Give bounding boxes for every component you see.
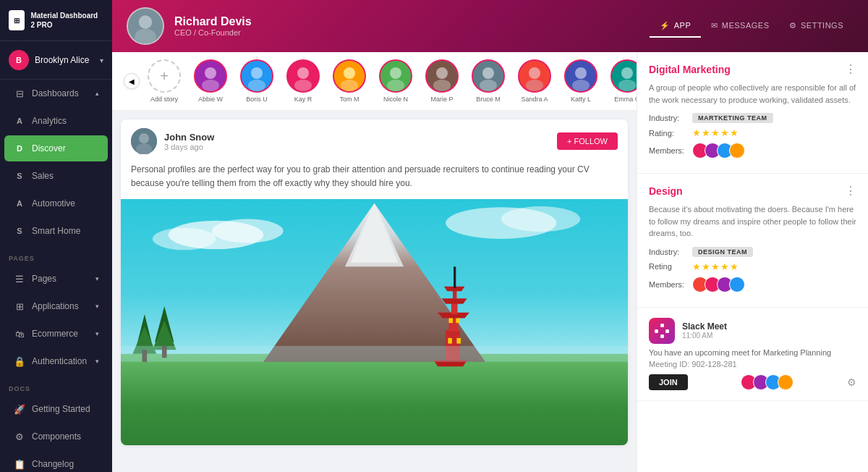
post-time: 3 days ago	[164, 143, 550, 151]
join-button[interactable]: JOIN	[649, 374, 688, 390]
story-label: Abbie W	[198, 96, 223, 103]
tab-settings[interactable]: ⚙ SETTINGS	[779, 15, 854, 38]
sidebar-item-label: Automotive	[32, 198, 75, 208]
svg-rect-64	[448, 319, 452, 324]
story-label: Emma O	[614, 96, 637, 103]
story-sandra[interactable]: Sandra A	[513, 59, 556, 103]
chevron-down-icon: ▾	[95, 330, 99, 337]
svg-point-29	[572, 80, 590, 91]
follow-button[interactable]: + FOLLOW	[557, 132, 618, 150]
svg-point-20	[433, 80, 451, 91]
post-meta: John Snow 3 days ago	[164, 132, 550, 151]
svg-point-11	[294, 80, 312, 91]
pages-section-label: PAGES	[0, 245, 112, 265]
sidebar-item-automotive[interactable]: A Automotive	[4, 190, 108, 216]
post-author-name: John Snow	[164, 132, 550, 143]
sidebar-item-label: Sales	[32, 171, 54, 181]
members-row: Members:	[649, 143, 856, 159]
svg-point-37	[139, 133, 149, 143]
right-panel: Digital Marketing ⋮ A group of people wh…	[637, 52, 868, 472]
sidebar-item-label: Authentication	[32, 356, 87, 366]
sidebar-item-label: Changelog	[32, 459, 74, 469]
group-menu-icon[interactable]: ⋮	[845, 62, 856, 76]
sidebar-item-changelog[interactable]: 📋 Changelog	[4, 451, 108, 472]
page-icon: ☰	[13, 272, 26, 285]
sidebar-item-discover[interactable]: D Discover	[4, 135, 108, 161]
sidebar-item-sales[interactable]: S Sales	[4, 163, 108, 189]
svg-rect-68	[121, 346, 628, 362]
profile-role: CEO / Co-Founder	[174, 28, 639, 37]
avatar: B	[9, 50, 29, 70]
story-label: Boris U	[246, 96, 268, 103]
star-2: ★	[702, 127, 710, 138]
member-avatar	[778, 374, 793, 390]
industry-label: Industry:	[649, 248, 692, 256]
stories-row: ◀ + Add story Abbie W Boris U	[112, 52, 637, 111]
story-boris[interactable]: Boris U	[235, 59, 278, 103]
doc-icon: 📋	[13, 458, 26, 471]
svg-point-31	[621, 67, 633, 79]
lock-icon: 🔒	[13, 355, 26, 368]
stories-prev-arrow[interactable]: ◀	[124, 73, 140, 89]
story-avatar	[333, 59, 366, 93]
svg-rect-63	[454, 267, 456, 289]
svg-point-44	[501, 206, 581, 232]
story-marie[interactable]: Marie P	[420, 59, 464, 103]
notif-meeting-id: Meeting ID: 902-128-281	[649, 360, 856, 368]
industry-row: Industry: MARTKETING TEAM	[649, 113, 856, 123]
story-add[interactable]: + Add story	[142, 59, 186, 103]
svg-point-42	[153, 228, 216, 250]
sidebar-item-ecommerce[interactable]: 🛍 Ecommerce ▾	[4, 321, 108, 347]
tab-app[interactable]: ⚡ APP	[650, 15, 701, 38]
svg-rect-69	[655, 329, 658, 333]
story-bruce[interactable]: Bruce M	[467, 59, 510, 103]
story-kay[interactable]: Kay R	[281, 59, 325, 103]
star-4: ★	[720, 261, 729, 272]
sidebar-user[interactable]: B Brooklyn Alice ▾	[0, 41, 112, 80]
story-label: Kay R	[294, 96, 312, 103]
sidebar-item-pages[interactable]: ☰ Pages ▾	[4, 266, 108, 292]
svg-point-19	[436, 67, 448, 79]
chevron-up-icon: ▴	[95, 90, 99, 97]
tab-messages[interactable]: ✉ MESSAGES	[701, 15, 779, 38]
story-nicole[interactable]: Nicole N	[374, 59, 417, 103]
svg-point-26	[526, 80, 543, 91]
main-area: Richard Devis CEO / Co-Founder ⚡ APP ✉ M…	[112, 0, 868, 472]
svg-point-17	[387, 80, 404, 91]
digital-marketing-card: Digital Marketing ⋮ A group of people wh…	[637, 52, 868, 174]
sidebar-item-analytics[interactable]: A Analytics	[4, 108, 108, 134]
svg-point-28	[575, 67, 587, 79]
profile-info: Richard Devis CEO / Co-Founder	[174, 15, 639, 37]
brand-icon: ⊞	[9, 10, 25, 30]
slack-meet-card: Slack Meet 11:00 AM You have an upcoming…	[637, 308, 868, 401]
svg-marker-60	[442, 299, 467, 305]
star-1: ★	[692, 127, 701, 138]
svg-rect-45	[121, 354, 628, 445]
rocket-icon: 🚀	[13, 403, 26, 416]
sidebar-item-getting-started[interactable]: 🚀 Getting Started	[4, 396, 108, 422]
svg-point-8	[248, 80, 265, 91]
sidebar-item-applications[interactable]: ⊞ Applications ▾	[4, 293, 108, 319]
sidebar-item-authentication[interactable]: 🔒 Authentication ▾	[4, 348, 108, 374]
story-emma[interactable]: Emma O	[605, 59, 637, 103]
svg-point-25	[529, 67, 540, 79]
notif-header: Slack Meet 11:00 AM	[649, 318, 856, 344]
svg-point-10	[297, 67, 309, 79]
story-tom[interactable]: Tom M	[328, 59, 371, 103]
sidebar-item-components[interactable]: ⚙ Components	[4, 423, 108, 450]
svg-point-14	[341, 80, 358, 91]
sidebar-item-smart-home[interactable]: S Smart Home	[4, 218, 108, 244]
post-header: John Snow 3 days ago + FOLLOW	[121, 119, 628, 163]
story-katty[interactable]: Katty L	[559, 59, 603, 103]
username-label: Brooklyn Alice	[35, 55, 94, 65]
story-abbie[interactable]: Abbie W	[189, 59, 232, 103]
industry-label: Industry:	[649, 114, 692, 122]
rating-row: Rating: ★ ★ ★ ★ ★	[649, 127, 856, 138]
sidebar-item-label: Ecommerce	[32, 329, 78, 339]
sidebar-item-label: Discover	[32, 143, 66, 153]
settings-icon[interactable]: ⚙	[847, 376, 856, 388]
sidebar-item-dashboards[interactable]: ⊟ Dashboards ▴	[4, 80, 108, 106]
svg-point-5	[202, 80, 219, 91]
group-menu-icon[interactable]: ⋮	[845, 184, 856, 198]
member-avatars	[692, 143, 745, 159]
